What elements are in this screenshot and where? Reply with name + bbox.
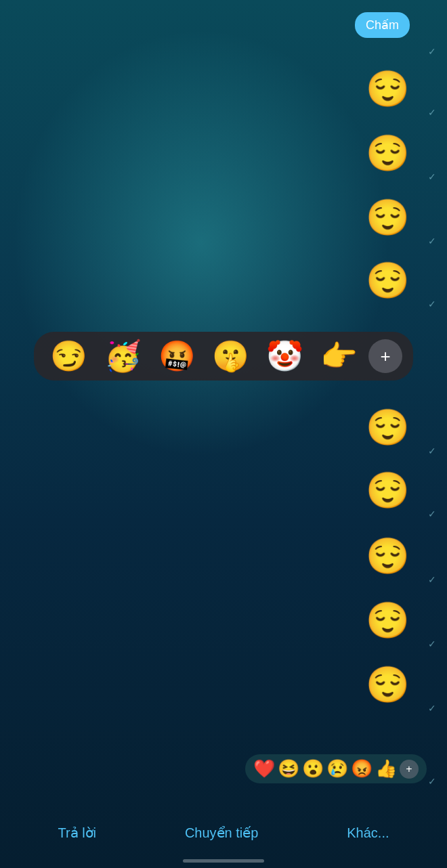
- picker-emoji-smirk[interactable]: 😏: [45, 339, 93, 374]
- checkmark-5: ✓: [428, 446, 436, 456]
- picker-emoji-clown[interactable]: 🤡: [261, 339, 310, 374]
- picker-emoji-point[interactable]: 👉: [314, 339, 363, 374]
- forward-button[interactable]: Chuyển tiếp: [185, 825, 259, 841]
- checkmark-reaction: ✓: [428, 776, 436, 787]
- bubble-text: Chấm: [366, 18, 399, 32]
- reaction-bar: ❤️ 😆 😮 😢 😡 👍 +: [245, 754, 427, 783]
- emoji-msg-8: 😌: [366, 603, 410, 638]
- picker-emoji-party[interactable]: 🥳: [99, 339, 148, 374]
- emoji-msg-2: 😌: [366, 135, 410, 171]
- emoji-msg-5: 😌: [366, 410, 410, 445]
- reaction-angry[interactable]: 😡: [351, 758, 372, 779]
- messages-area: Chấm ✓ 😌 ✓ 😌 ✓ 😌 ✓ 😌 ✓ 😏 🥳 🤬 🤫 🤡 👉 +: [0, 0, 447, 868]
- checkmark-4: ✓: [428, 299, 436, 309]
- reaction-thumbsup[interactable]: 👍: [375, 758, 397, 779]
- picker-emoji-shush[interactable]: 🤫: [207, 339, 255, 374]
- emoji-msg-6: 😌: [366, 473, 410, 508]
- picker-add-button[interactable]: +: [368, 339, 402, 373]
- reaction-heart[interactable]: ❤️: [253, 758, 275, 779]
- emoji-msg-7: 😌: [366, 538, 410, 573]
- emoji-msg-9: 😌: [366, 667, 410, 702]
- more-button[interactable]: Khác...: [347, 825, 389, 841]
- checkmark-0: ✓: [428, 46, 436, 57]
- picker-emoji-angry[interactable]: 🤬: [152, 339, 201, 374]
- emoji-msg-3: 😌: [366, 200, 410, 235]
- bottom-toolbar: Trả lời Chuyển tiếp Khác...: [0, 825, 447, 841]
- home-indicator: [183, 859, 264, 863]
- reaction-cry[interactable]: 😢: [326, 758, 348, 779]
- reaction-laugh[interactable]: 😆: [278, 758, 299, 779]
- background: Chấm ✓ 😌 ✓ 😌 ✓ 😌 ✓ 😌 ✓ 😏 🥳 🤬 🤫 🤡 👉 +: [0, 0, 447, 868]
- checkmark-6: ✓: [428, 508, 436, 519]
- reaction-wow[interactable]: 😮: [302, 758, 324, 779]
- message-bubble-cham: Chấm: [355, 12, 410, 38]
- checkmark-3: ✓: [428, 236, 436, 246]
- emoji-msg-4: 😌: [366, 263, 410, 298]
- checkmark-1: ✓: [428, 107, 436, 118]
- checkmark-8: ✓: [428, 638, 436, 649]
- checkmark-9: ✓: [428, 703, 436, 714]
- checkmark-7: ✓: [428, 574, 436, 585]
- emoji-msg-1: 😌: [366, 71, 410, 106]
- reaction-add-button[interactable]: +: [400, 760, 419, 779]
- reply-button[interactable]: Trả lời: [58, 825, 96, 841]
- checkmark-2: ✓: [428, 171, 436, 182]
- emoji-picker-bar: 😏 🥳 🤬 🤫 🤡 👉 +: [34, 332, 413, 381]
